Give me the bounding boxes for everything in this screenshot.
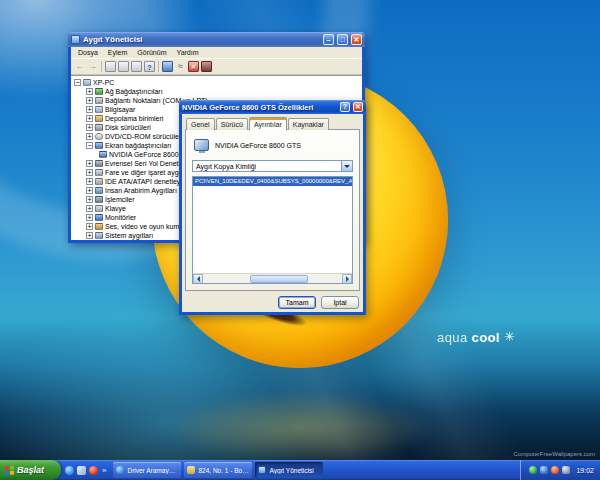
- expander-icon[interactable]: [86, 178, 93, 185]
- menu-file[interactable]: Dosya: [73, 49, 103, 56]
- brand-cool: cool: [472, 330, 500, 345]
- tab-general[interactable]: Genel: [186, 118, 215, 130]
- device-manager-icon: [258, 466, 266, 474]
- close-button[interactable]: ✕: [351, 34, 362, 45]
- nvidia-properties-dialog: NVIDIA GeForce 8600 GTS Özellikleri ? ✕ …: [179, 100, 366, 315]
- menu-help[interactable]: Yardım: [171, 49, 203, 56]
- scrollbar-thumb[interactable]: [250, 275, 308, 283]
- uninstall-device-icon[interactable]: [201, 61, 212, 72]
- update-driver-icon[interactable]: [162, 61, 173, 72]
- tree-label: İşlemciler: [105, 196, 135, 203]
- scroll-left-icon[interactable]: [193, 274, 203, 284]
- tree-item-network-adapters[interactable]: Ağ Bağdaştırıcıları: [71, 87, 362, 96]
- display-device-icon: [194, 139, 209, 151]
- system-tray: 19:02: [520, 460, 600, 480]
- expander-icon[interactable]: [86, 223, 93, 230]
- property-value-list[interactable]: PCI\VEN_10DE&DEV_0400&SUBSYS_00000000&RE…: [192, 176, 353, 284]
- taskbar: Başlat » Driver Aramaya Son.... 824, No.…: [0, 460, 600, 480]
- help-icon[interactable]: ?: [144, 61, 155, 72]
- dialog-titlebar[interactable]: NVIDIA GeForce 8600 GTS Özellikleri ? ✕: [179, 100, 366, 114]
- expander-icon[interactable]: [86, 97, 93, 104]
- maximize-button[interactable]: □: [337, 34, 348, 45]
- desktop: aqua cool ✳ ComputerFreeWallpapers.com A…: [0, 0, 600, 480]
- network-tray-icon[interactable]: [540, 466, 548, 474]
- tab-resources[interactable]: Kaynaklar: [288, 118, 329, 130]
- expander-icon[interactable]: [86, 169, 93, 176]
- expander-icon[interactable]: [86, 214, 93, 221]
- close-button[interactable]: ✕: [353, 102, 363, 112]
- back-icon[interactable]: ←: [74, 61, 85, 72]
- scroll-right-icon[interactable]: [342, 274, 352, 284]
- expander-icon[interactable]: [86, 124, 93, 131]
- internet-explorer-icon[interactable]: [65, 466, 74, 475]
- opera-tray-icon[interactable]: [551, 466, 559, 474]
- horizontal-scrollbar[interactable]: [193, 273, 352, 283]
- dvd-drive-icon: [95, 133, 103, 140]
- tree-item-root[interactable]: XP-PC: [71, 78, 362, 87]
- help-button[interactable]: ?: [340, 102, 350, 112]
- tree-label: Disk sürücüleri: [105, 124, 151, 131]
- properties-icon[interactable]: [118, 61, 129, 72]
- expander-icon[interactable]: [86, 196, 93, 203]
- tree-label: Ağ Bağdaştırıcıları: [105, 88, 163, 95]
- tree-label: Bilgisayar: [105, 106, 135, 113]
- network-adapter-icon: [95, 88, 103, 95]
- start-button[interactable]: Başlat: [0, 460, 61, 480]
- expander-icon[interactable]: [86, 88, 93, 95]
- serial-port-icon: [95, 97, 103, 104]
- keyboard-icon: [95, 205, 103, 212]
- forward-icon[interactable]: →: [87, 61, 98, 72]
- print-icon[interactable]: [131, 61, 142, 72]
- expander-icon[interactable]: [74, 79, 81, 86]
- scan-hardware-icon[interactable]: ≈: [175, 61, 186, 72]
- menu-action[interactable]: Eylem: [103, 49, 132, 56]
- start-label: Başlat: [17, 465, 44, 475]
- device-manager-title: Aygıt Yöneticisi: [83, 35, 320, 44]
- property-combobox[interactable]: Aygıt Kopya Kimliği: [192, 160, 353, 172]
- expander-icon[interactable]: [86, 187, 93, 194]
- storage-volume-icon: [95, 115, 103, 122]
- task-button-browser[interactable]: Driver Aramaya Son....: [113, 462, 181, 478]
- mouse-icon: [95, 169, 103, 176]
- expander-icon[interactable]: [86, 115, 93, 122]
- device-header: NVIDIA GeForce 8600 GTS: [194, 139, 353, 151]
- computer-icon: [95, 106, 103, 113]
- cancel-button[interactable]: İptal: [321, 296, 359, 309]
- dialog-title: NVIDIA GeForce 8600 GTS Özellikleri: [182, 103, 337, 112]
- asterisk-icon: ✳: [504, 329, 515, 344]
- chevron-more-icon[interactable]: »: [102, 466, 106, 475]
- task-button-document[interactable]: 824, No. 1 - Bol Part...: [184, 462, 252, 478]
- minimize-button[interactable]: –: [323, 34, 334, 45]
- computer-icon: [83, 79, 91, 86]
- antivirus-tray-icon[interactable]: [529, 466, 537, 474]
- expander-icon[interactable]: [86, 106, 93, 113]
- sound-icon: [95, 223, 103, 230]
- disable-device-icon[interactable]: ✕: [188, 61, 199, 72]
- opera-icon[interactable]: [89, 466, 98, 475]
- chevron-down-icon[interactable]: [341, 161, 352, 171]
- document-icon: [187, 466, 195, 474]
- show-console-tree-icon[interactable]: [105, 61, 116, 72]
- menu-bar: Dosya Eylem Görünüm Yardım: [71, 47, 362, 59]
- smiley-reflection: [165, 392, 435, 464]
- tree-label: Klavye: [105, 205, 126, 212]
- menu-view[interactable]: Görünüm: [132, 49, 171, 56]
- selected-value-row[interactable]: PCI\VEN_10DE&DEV_0400&SUBSYS_00000000&RE…: [193, 177, 352, 186]
- taskbar-clock[interactable]: 19:02: [576, 467, 594, 474]
- expander-icon[interactable]: [86, 142, 93, 149]
- toolbar-separator: [101, 61, 102, 72]
- expander-icon[interactable]: [86, 133, 93, 140]
- ok-button[interactable]: Tamam: [278, 296, 316, 309]
- task-button-device-manager[interactable]: Aygıt Yöneticisi: [255, 462, 323, 478]
- expander-icon[interactable]: [86, 205, 93, 212]
- expander-icon[interactable]: [86, 232, 93, 239]
- expander-icon[interactable]: [86, 160, 93, 167]
- volume-tray-icon[interactable]: [562, 466, 570, 474]
- tab-details[interactable]: Ayrıntılar: [249, 117, 287, 130]
- device-manager-titlebar[interactable]: Aygıt Yöneticisi – □ ✕: [68, 32, 365, 47]
- tab-driver[interactable]: Sürücü: [216, 118, 248, 130]
- toolbar-separator: [158, 61, 159, 72]
- windows-logo-icon: [5, 465, 14, 475]
- show-desktop-icon[interactable]: [77, 466, 86, 475]
- hid-icon: [95, 187, 103, 194]
